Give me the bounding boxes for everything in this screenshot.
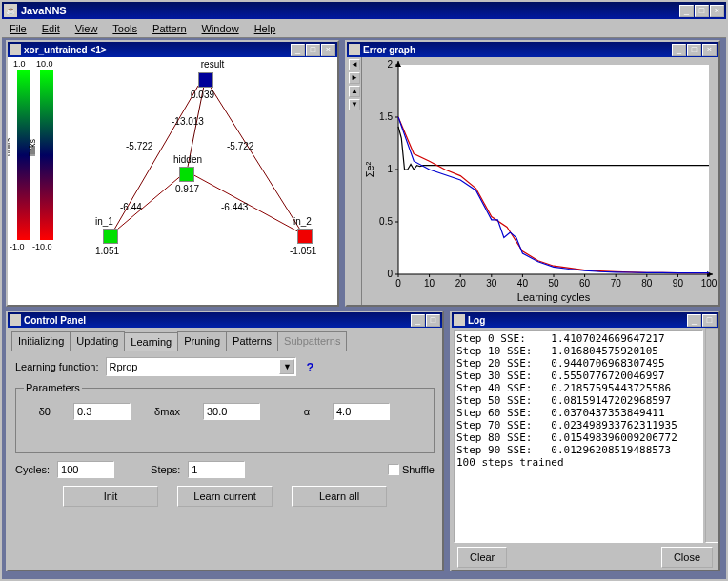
svg-text:Σe²: Σe² [364, 161, 375, 177]
weight-rh: -13.013 [172, 116, 204, 127]
svg-marker-7 [707, 271, 713, 277]
close-button[interactable]: × [702, 44, 717, 56]
cycles-label: Cycles: [15, 464, 50, 475]
java-icon: ☕ [4, 4, 17, 17]
learn-all-button[interactable]: Learn all [292, 486, 387, 507]
param-d0-label: δ0 [24, 406, 51, 417]
svg-text:60: 60 [579, 278, 591, 289]
maximize-button[interactable]: □ [695, 5, 709, 17]
error-graph-content: ◄ ► ▲ ▼ 010203040506070809010000.511.52L… [347, 57, 718, 305]
log-textarea[interactable]: Step 0 SSE: 1.4107024669647217 Step 10 S… [454, 330, 703, 543]
java-icon [349, 44, 360, 55]
cycles-input[interactable] [57, 461, 114, 478]
menu-help[interactable]: Help [251, 21, 280, 36]
node-in2[interactable] [297, 229, 313, 244]
init-button[interactable]: Init [63, 486, 158, 507]
network-canvas[interactable]: 1.0 10.0 units links -1.0 -10.0 result [8, 57, 337, 305]
svg-text:Learning cycles: Learning cycles [517, 291, 591, 303]
zoom-out-y-icon[interactable]: ▼ [349, 99, 360, 110]
minimize-button[interactable]: _ [687, 314, 701, 327]
tab-updating[interactable]: Updating [70, 331, 125, 351]
learning-fn-value: Rprop [109, 361, 137, 372]
menu-tools[interactable]: Tools [109, 21, 141, 36]
control-panel-titlebar: Control Panel _□ [8, 312, 442, 328]
java-icon [10, 44, 21, 55]
param-d0-input[interactable] [73, 403, 131, 420]
chevron-down-icon[interactable]: ▼ [279, 359, 294, 374]
tab-patterns[interactable]: Patterns [226, 331, 278, 351]
svg-text:10: 10 [424, 278, 435, 289]
steps-label: Steps: [151, 464, 180, 475]
menu-edit[interactable]: Edit [38, 21, 64, 36]
node-in2-label: in_2 [293, 216, 312, 227]
learning-fn-combo[interactable]: Rprop ▼ [106, 357, 296, 376]
java-icon [454, 314, 465, 326]
zoom-out-x-icon[interactable]: ◄ [349, 59, 360, 70]
param-alpha-label: α [283, 406, 310, 417]
maximize-button[interactable]: □ [687, 44, 701, 56]
menu-file[interactable]: File [6, 21, 30, 36]
minimize-button[interactable]: _ [291, 44, 305, 56]
steps-input[interactable] [188, 461, 245, 478]
shuffle-checkbox[interactable]: Shuffle [388, 464, 435, 475]
svg-marker-9 [395, 61, 401, 67]
shuffle-label: Shuffle [402, 464, 435, 475]
tab-pruning[interactable]: Pruning [177, 331, 227, 351]
log-window[interactable]: Log _□ Step 0 SSE: 1.4107024669647217 St… [450, 311, 720, 571]
main-window: ☕ JavaNNS _ □ × File Edit View Tools Pat… [0, 0, 728, 581]
error-graph-toolbar: ◄ ► ▲ ▼ [347, 57, 362, 305]
node-in1[interactable] [103, 229, 118, 244]
error-chart[interactable]: 010203040506070809010000.511.52Learning … [362, 57, 718, 305]
zoom-in-x-icon[interactable]: ► [349, 72, 360, 84]
svg-text:80: 80 [641, 278, 653, 289]
close-button[interactable]: × [710, 5, 724, 17]
svg-text:0: 0 [395, 278, 401, 289]
node-in1-value: 1.051 [95, 246, 119, 256]
checkbox-icon [388, 464, 399, 475]
node-result[interactable] [198, 72, 213, 88]
node-hidden-label: hidden [173, 154, 202, 165]
learning-fn-label: Learning function: [15, 361, 98, 372]
log-content: Step 0 SSE: 1.4107024669647217 Step 10 S… [452, 328, 718, 570]
help-icon[interactable]: ? [306, 360, 313, 374]
svg-text:90: 90 [673, 278, 684, 289]
svg-text:50: 50 [548, 278, 559, 289]
scrollbar[interactable] [705, 328, 718, 543]
cp-tabs: Initializing Updating Learning Pruning P… [11, 331, 438, 351]
parameters-group: Parameters δ0 δmax α [15, 382, 435, 453]
error-graph-window[interactable]: Error graph _□× ◄ ► ▲ ▼ 0102030405060708… [345, 40, 720, 307]
titlebar: ☕ JavaNNS _ □ × [2, 2, 726, 19]
param-dmax-label: δmax [153, 406, 180, 417]
weight-i2r: -5.722 [227, 141, 253, 151]
minimize-button[interactable]: _ [679, 5, 694, 17]
tab-learning[interactable]: Learning [124, 332, 178, 351]
log-titlebar: Log _□ [452, 312, 718, 328]
node-hidden[interactable] [179, 167, 194, 182]
learn-current-button[interactable]: Learn current [177, 486, 273, 507]
control-panel-title: Control Panel [24, 315, 411, 326]
control-panel-window[interactable]: Control Panel _□ Initializing Updating L… [6, 311, 444, 571]
close-button[interactable]: Close [661, 547, 713, 568]
close-button[interactable]: × [321, 44, 335, 56]
param-dmax-input[interactable] [203, 403, 260, 420]
tab-initializing[interactable]: Initializing [11, 331, 71, 351]
param-alpha-input[interactable] [333, 403, 390, 420]
node-result-value: 0.039 [191, 90, 214, 100]
menu-pattern[interactable]: Pattern [149, 21, 190, 36]
zoom-in-y-icon[interactable]: ▲ [349, 86, 360, 97]
minimize-button[interactable]: _ [411, 314, 425, 327]
control-panel-content: Initializing Updating Learning Pruning P… [8, 328, 442, 570]
menu-window[interactable]: Window [198, 21, 243, 36]
svg-text:20: 20 [455, 278, 467, 289]
minimize-button[interactable]: _ [672, 44, 686, 56]
clear-button[interactable]: Clear [457, 547, 507, 568]
maximize-button[interactable]: □ [426, 314, 440, 327]
maximize-button[interactable]: □ [306, 44, 320, 56]
log-title: Log [468, 315, 687, 326]
network-window[interactable]: xor_untrained <1> _□× 1.0 10.0 units lin… [6, 40, 339, 307]
maximize-button[interactable]: □ [702, 314, 717, 327]
menu-view[interactable]: View [71, 21, 102, 36]
error-graph-titlebar: Error graph _□× [347, 42, 718, 57]
svg-text:40: 40 [517, 278, 529, 289]
weight-i1h: -6.44 [120, 202, 142, 212]
